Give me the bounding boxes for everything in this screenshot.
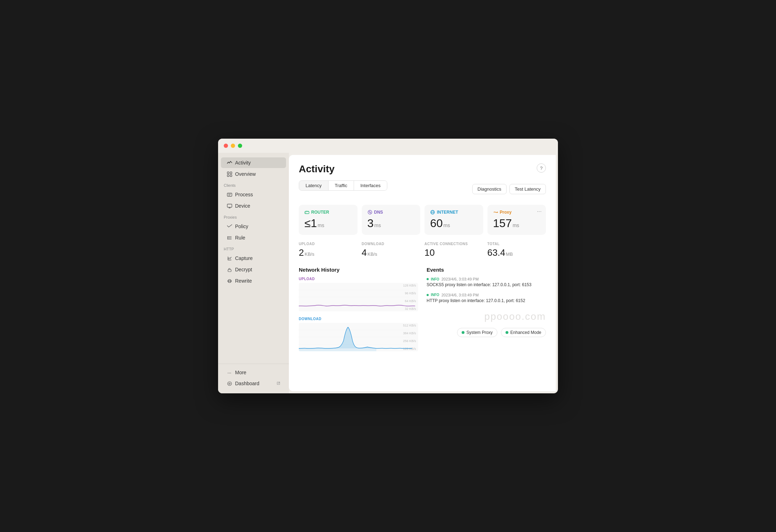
sidebar-item-label: Process	[235, 192, 253, 197]
sidebar-item-label: Policy	[235, 224, 248, 229]
stat-connections: ACTIVE CONNECTIONS 10	[424, 242, 483, 258]
upload-chart-label: UPLOAD	[299, 277, 418, 281]
sidebar-item-label: Rule	[235, 235, 245, 241]
latency-card-dns: DNS 3 ms	[362, 205, 421, 235]
enhanced-mode-dot	[506, 331, 508, 334]
internet-icon	[430, 210, 435, 215]
svg-rect-7	[227, 204, 232, 207]
sidebar-item-label: Activity	[235, 160, 251, 166]
overview-icon	[227, 171, 232, 177]
sidebar-item-label: Capture	[235, 255, 253, 261]
rewrite-icon	[227, 278, 232, 284]
sidebar-item-label: Overview	[235, 171, 256, 177]
enhanced-mode-label: Enhanced Mode	[510, 330, 541, 335]
svg-rect-1	[230, 172, 232, 174]
external-link-icon	[276, 381, 280, 386]
svg-rect-14	[228, 270, 231, 272]
download-chart-label: DOWNLOAD	[299, 317, 418, 321]
status-bar: System Proxy Enhanced Mode	[427, 328, 546, 337]
router-icon	[304, 210, 309, 215]
network-history-title: Network History	[299, 267, 418, 273]
sidebar-item-policy[interactable]: Policy	[221, 221, 286, 232]
internet-label: INTERNET	[430, 210, 478, 215]
proxy-more-button[interactable]: ···	[537, 208, 542, 215]
tab-latency[interactable]: Latency	[299, 181, 329, 190]
sidebar-item-capture[interactable]: Capture	[221, 253, 286, 264]
enhanced-mode-pill[interactable]: Enhanced Mode	[501, 328, 546, 337]
internet-value: 60 ms	[430, 217, 478, 230]
activity-icon	[227, 160, 232, 166]
process-icon	[227, 192, 232, 197]
svg-line-18	[278, 382, 280, 383]
sidebar-item-activity[interactable]: Activity	[221, 157, 286, 168]
sidebar-item-label: Decrypt	[235, 267, 252, 272]
app-body: Activity Overview Clients	[218, 153, 558, 393]
dashboard-icon	[227, 381, 232, 386]
diagnostics-button[interactable]: Diagnostics	[472, 184, 507, 194]
page-header: Activity ?	[299, 163, 546, 175]
router-value: ≤1 ms	[304, 217, 352, 230]
event-text-1: SOCKS5 proxy listen on interface: 127.0.…	[427, 282, 546, 288]
sidebar-item-overview[interactable]: Overview	[221, 169, 286, 179]
latency-card-internet: INTERNET 60 ms	[424, 205, 483, 235]
device-icon	[227, 203, 232, 209]
event-dot-2	[427, 294, 429, 296]
proxies-section-label: Proxies	[218, 212, 289, 221]
maximize-button[interactable]	[238, 144, 242, 148]
events-section: Events INFO 2023/4/6, 3:03:49 PM SOCKS5 …	[427, 267, 546, 357]
event-text-2: HTTP proxy listen on interface: 127.0.0.…	[427, 298, 546, 304]
close-button[interactable]	[224, 144, 228, 148]
upload-chart-svg	[299, 283, 418, 311]
sidebar-item-more[interactable]: ··· More	[221, 367, 286, 378]
sidebar-item-decrypt[interactable]: Decrypt	[221, 264, 286, 275]
stat-upload: UPLOAD 2 KB/s	[299, 242, 358, 258]
router-label: ROUTER	[304, 210, 352, 215]
upload-chart-area: 128 KB/s 96 KB/s 64 KB/s 32 KB/s	[299, 283, 418, 311]
svg-point-26	[369, 212, 370, 213]
tab-traffic[interactable]: Traffic	[329, 181, 354, 190]
system-proxy-pill[interactable]: System Proxy	[457, 328, 497, 337]
test-latency-button[interactable]: Test Latency	[509, 184, 546, 194]
upload-chart: UPLOAD 128 KB/s 96 KB/s 64 KB/s 32 KB/s	[299, 277, 418, 311]
top-bar: Latency Traffic Interfaces Diagnostics T…	[299, 180, 546, 198]
svg-rect-0	[227, 172, 229, 174]
sidebar: Activity Overview Clients	[218, 153, 289, 393]
minimize-button[interactable]	[231, 144, 235, 148]
tab-interfaces[interactable]: Interfaces	[354, 181, 387, 190]
latency-cards: ROUTER ≤1 ms DNS	[299, 205, 546, 235]
header-right: ?	[537, 163, 546, 173]
proxy-value: 157 ms	[493, 217, 541, 230]
sidebar-item-rewrite[interactable]: Rewrite	[221, 276, 286, 286]
sidebar-item-dashboard[interactable]: Dashboard	[221, 378, 286, 389]
sidebar-item-device[interactable]: Device	[221, 201, 286, 211]
event-time-1: 2023/4/6, 3:03:49 PM	[441, 277, 479, 281]
sidebar-item-label: More	[235, 370, 246, 375]
network-history: Network History UPLOAD 128 KB/s 96 KB/s …	[299, 267, 418, 357]
more-icon: ···	[227, 370, 232, 375]
dns-icon	[367, 210, 372, 215]
lower-section: Network History UPLOAD 128 KB/s 96 KB/s …	[299, 267, 546, 357]
dns-label: DNS	[367, 210, 415, 215]
events-title: Events	[427, 267, 546, 273]
sidebar-item-rule[interactable]: Rule	[221, 232, 286, 243]
help-button[interactable]: ?	[537, 163, 546, 173]
svg-rect-4	[227, 193, 232, 196]
svg-rect-2	[227, 175, 229, 177]
stat-total: TOTAL 63.4 MB	[487, 242, 546, 258]
svg-point-23	[306, 213, 306, 213]
proxy-label: Proxy	[493, 210, 541, 215]
proxy-icon	[493, 210, 498, 215]
watermark: ppoooo.com	[427, 311, 546, 322]
system-proxy-dot	[462, 331, 464, 334]
event-item-1: INFO 2023/4/6, 3:03:49 PM SOCKS5 proxy l…	[427, 277, 546, 288]
download-chart-area: 512 KB/s 384 KB/s 256 KB/s 128 KB/s	[299, 323, 418, 351]
sidebar-item-process[interactable]: Process	[221, 189, 286, 200]
event-badge-1: INFO	[431, 277, 439, 281]
download-chart: DOWNLOAD 512 KB/s 384 KB/s 256 KB/s 128 …	[299, 317, 418, 351]
event-item-2: INFO 2023/4/6, 3:03:49 PM HTTP proxy lis…	[427, 293, 546, 304]
event-badge-2: INFO	[431, 293, 439, 297]
title-bar	[218, 139, 558, 153]
http-section-label: HTTP	[218, 243, 289, 253]
action-buttons: Diagnostics Test Latency	[472, 184, 546, 194]
sidebar-bottom: ··· More Dashboard	[218, 364, 289, 389]
